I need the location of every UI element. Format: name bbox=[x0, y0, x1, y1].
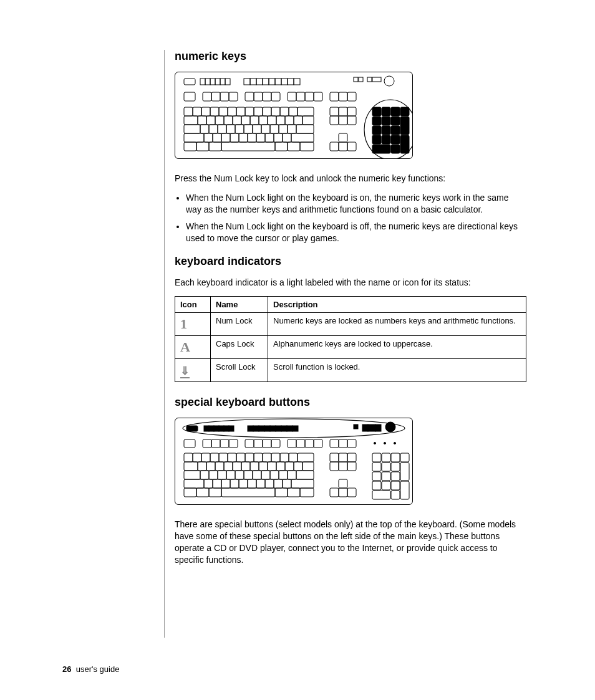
svg-rect-42 bbox=[228, 107, 236, 116]
svg-rect-7 bbox=[244, 79, 250, 85]
svg-rect-62 bbox=[285, 116, 294, 125]
svg-rect-155 bbox=[271, 439, 280, 448]
svg-rect-227 bbox=[339, 453, 347, 462]
svg-rect-223 bbox=[275, 488, 288, 497]
svg-rect-29 bbox=[271, 92, 280, 101]
svg-rect-106 bbox=[347, 142, 356, 151]
svg-rect-159 bbox=[314, 439, 322, 448]
svg-rect-14 bbox=[288, 79, 294, 85]
svg-rect-213 bbox=[248, 479, 256, 488]
svg-rect-40 bbox=[210, 107, 219, 116]
th-desc: Description bbox=[268, 297, 526, 313]
svg-rect-52 bbox=[198, 116, 206, 125]
svg-rect-205 bbox=[288, 471, 296, 479]
svg-rect-116 bbox=[382, 126, 390, 135]
svg-rect-12 bbox=[275, 79, 281, 85]
svg-rect-36 bbox=[347, 92, 356, 101]
svg-rect-139 bbox=[287, 426, 293, 431]
svg-rect-9 bbox=[256, 79, 263, 85]
svg-rect-170 bbox=[219, 453, 228, 462]
row-name: Caps Lock bbox=[211, 336, 268, 359]
svg-rect-73 bbox=[261, 125, 270, 133]
svg-rect-238 bbox=[391, 453, 400, 462]
svg-rect-91 bbox=[196, 142, 209, 151]
svg-rect-218 bbox=[291, 479, 314, 488]
svg-rect-10 bbox=[263, 79, 269, 85]
th-icon: Icon bbox=[175, 297, 211, 313]
svg-rect-193 bbox=[302, 462, 314, 471]
svg-rect-182 bbox=[206, 462, 215, 471]
svg-rect-113 bbox=[391, 117, 400, 125]
svg-rect-114 bbox=[400, 117, 409, 135]
svg-rect-148 bbox=[203, 439, 211, 448]
svg-rect-210 bbox=[221, 479, 230, 488]
svg-rect-98 bbox=[339, 107, 347, 116]
svg-rect-188 bbox=[259, 462, 268, 471]
svg-rect-177 bbox=[280, 453, 289, 462]
svg-rect-25 bbox=[229, 92, 238, 101]
svg-rect-57 bbox=[241, 116, 250, 125]
svg-rect-15 bbox=[294, 79, 300, 85]
svg-rect-180 bbox=[184, 462, 198, 471]
svg-rect-249 bbox=[391, 481, 400, 490]
svg-rect-150 bbox=[220, 439, 229, 448]
svg-rect-56 bbox=[233, 116, 241, 125]
svg-rect-156 bbox=[288, 439, 296, 448]
svg-rect-83 bbox=[239, 133, 248, 142]
svg-rect-101 bbox=[339, 116, 347, 125]
svg-rect-125 bbox=[186, 426, 198, 431]
svg-rect-158 bbox=[305, 439, 314, 448]
special-buttons-para: There are special buttons (select models… bbox=[175, 519, 526, 566]
svg-rect-138 bbox=[281, 426, 287, 431]
svg-rect-88 bbox=[283, 133, 291, 142]
indicators-table: Icon Name Description 1 Num Lock Numeric… bbox=[175, 296, 526, 382]
svg-rect-21 bbox=[184, 92, 195, 101]
svg-rect-55 bbox=[224, 116, 233, 125]
svg-rect-157 bbox=[296, 439, 305, 448]
svg-rect-241 bbox=[382, 463, 390, 471]
page-footer: 26 user's guide bbox=[62, 664, 119, 674]
svg-rect-126 bbox=[204, 426, 209, 431]
svg-rect-212 bbox=[239, 479, 248, 488]
svg-rect-187 bbox=[250, 462, 259, 471]
svg-rect-1 bbox=[200, 79, 205, 85]
svg-rect-35 bbox=[339, 92, 347, 101]
svg-rect-201 bbox=[253, 471, 261, 479]
numlock-icon: 1 bbox=[175, 313, 211, 336]
svg-rect-173 bbox=[245, 453, 254, 462]
svg-rect-178 bbox=[289, 453, 298, 462]
row-desc: Alphanumeric keys are locked to uppercas… bbox=[268, 336, 526, 359]
svg-rect-169 bbox=[210, 453, 219, 462]
svg-rect-46 bbox=[263, 107, 271, 116]
svg-rect-143 bbox=[368, 424, 375, 431]
svg-rect-109 bbox=[391, 107, 400, 116]
svg-rect-31 bbox=[296, 92, 305, 101]
svg-rect-87 bbox=[274, 133, 283, 142]
svg-rect-58 bbox=[250, 116, 259, 125]
svg-rect-5 bbox=[220, 79, 225, 85]
svg-rect-127 bbox=[209, 426, 214, 431]
svg-rect-111 bbox=[372, 117, 381, 125]
svg-rect-32 bbox=[305, 92, 314, 101]
svg-rect-96 bbox=[300, 142, 314, 151]
svg-rect-251 bbox=[372, 491, 390, 499]
svg-rect-41 bbox=[219, 107, 228, 116]
svg-rect-90 bbox=[184, 142, 196, 151]
svg-rect-161 bbox=[339, 439, 347, 448]
svg-rect-217 bbox=[283, 479, 291, 488]
svg-rect-19 bbox=[372, 77, 381, 82]
table-row: A Caps Lock Alphanumeric keys are locked… bbox=[175, 336, 526, 359]
svg-rect-151 bbox=[229, 439, 238, 448]
svg-rect-119 bbox=[382, 135, 390, 144]
heading-special-buttons: special keyboard buttons bbox=[175, 396, 526, 409]
table-row: 1 Num Lock Numeric keys are locked as nu… bbox=[175, 313, 526, 336]
svg-rect-39 bbox=[201, 107, 210, 116]
svg-rect-28 bbox=[263, 92, 271, 101]
svg-rect-144 bbox=[375, 424, 381, 431]
bullet-numlock-off: When the Num Lock light on the keyboard … bbox=[186, 221, 526, 244]
svg-rect-61 bbox=[276, 116, 285, 125]
svg-rect-18 bbox=[367, 77, 372, 82]
svg-rect-94 bbox=[275, 142, 288, 151]
svg-rect-100 bbox=[330, 116, 339, 125]
svg-rect-85 bbox=[256, 133, 265, 142]
